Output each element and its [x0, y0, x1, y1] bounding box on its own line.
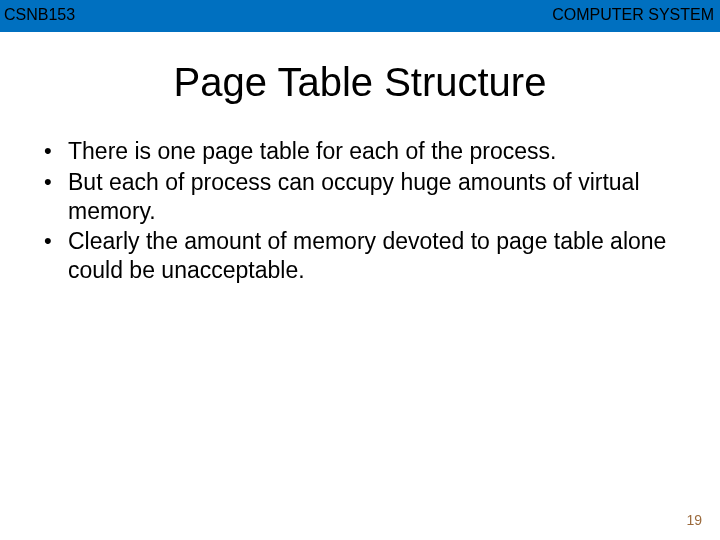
course-code: CSNB153 — [4, 6, 75, 24]
bullet-item: There is one page table for each of the … — [44, 137, 692, 166]
header-bar: CSNB153 COMPUTER SYSTEM — [0, 0, 720, 32]
page-number: 19 — [686, 512, 702, 528]
bullet-list: There is one page table for each of the … — [44, 137, 692, 285]
course-title: COMPUTER SYSTEM — [552, 6, 714, 24]
slide-title: Page Table Structure — [0, 60, 720, 105]
slide: CSNB153 COMPUTER SYSTEM Page Table Struc… — [0, 0, 720, 540]
bullet-item: Clearly the amount of memory devoted to … — [44, 227, 692, 285]
bullet-item: But each of process can occupy huge amou… — [44, 168, 692, 226]
